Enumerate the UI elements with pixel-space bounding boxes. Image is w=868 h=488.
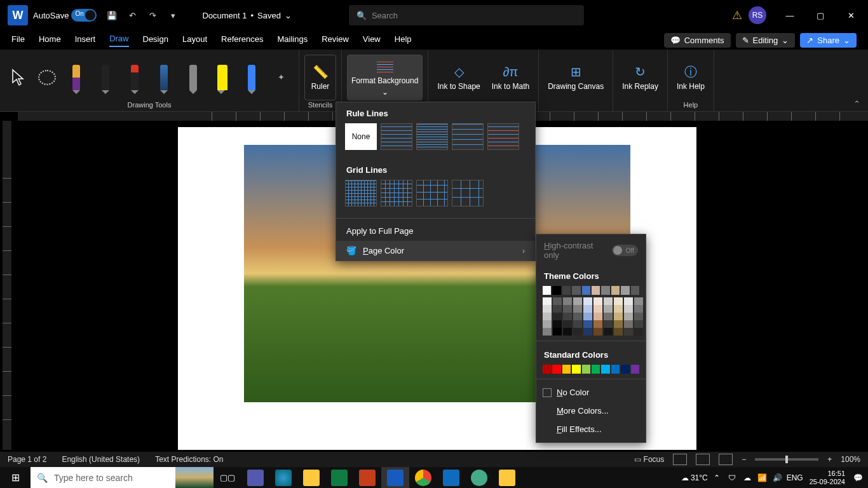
grid-lines-xlarge[interactable]: [452, 180, 484, 207]
color-swatch[interactable]: [563, 305, 572, 313]
focus-button[interactable]: ▭ Focus: [634, 455, 664, 464]
tab-help[interactable]: Help: [395, 34, 412, 46]
color-swatch[interactable]: [573, 313, 582, 320]
color-swatch[interactable]: [634, 320, 643, 328]
color-swatch[interactable]: [553, 320, 562, 328]
color-swatch[interactable]: [583, 305, 592, 313]
tray-clock[interactable]: 16:51 25-09-2024: [806, 470, 849, 485]
ink-to-shape-button[interactable]: ◇Ink to Shape: [433, 55, 484, 100]
color-swatch[interactable]: [593, 297, 602, 305]
notifications-icon[interactable]: 💬: [851, 473, 864, 482]
taskbar-search[interactable]: 🔍 Type here to search: [31, 467, 214, 488]
customize-qat-icon[interactable]: ▾: [163, 5, 183, 25]
color-swatch[interactable]: [593, 313, 602, 320]
vertical-ruler[interactable]: [3, 121, 11, 450]
color-swatch[interactable]: [563, 328, 572, 336]
color-swatch[interactable]: [634, 328, 643, 336]
rule-lines-college[interactable]: [416, 123, 448, 150]
collapse-ribbon-icon[interactable]: ⌃: [853, 99, 860, 109]
color-swatch[interactable]: [624, 328, 633, 336]
tray-volume-icon[interactable]: 🔊: [771, 473, 784, 482]
rule-lines-wide[interactable]: [452, 123, 484, 150]
grid-lines-medium[interactable]: [381, 180, 412, 207]
more-colors-item[interactable]: More Colors...: [536, 402, 646, 420]
tray-wifi-icon[interactable]: 📶: [756, 473, 769, 482]
color-swatch[interactable]: [552, 286, 560, 295]
color-swatch[interactable]: [543, 305, 552, 313]
pen-blue[interactable]: [239, 60, 264, 95]
color-swatch[interactable]: [593, 320, 602, 328]
minimize-button[interactable]: —: [775, 5, 804, 25]
color-swatch[interactable]: [572, 365, 580, 374]
tab-design[interactable]: Design: [143, 34, 168, 46]
color-swatch[interactable]: [543, 328, 552, 336]
color-swatch[interactable]: [583, 297, 592, 305]
redo-icon[interactable]: ↷: [142, 5, 163, 25]
close-button[interactable]: ✕: [836, 5, 865, 25]
tray-onedrive-icon[interactable]: ☁: [741, 473, 754, 482]
color-swatch[interactable]: [621, 365, 629, 374]
tab-home[interactable]: Home: [39, 34, 61, 46]
color-swatch[interactable]: [601, 286, 609, 295]
web-layout-icon[interactable]: [719, 454, 733, 465]
format-background-button[interactable]: Format Background ⌄: [347, 55, 423, 100]
rule-lines-none[interactable]: None: [345, 123, 377, 150]
outlook-icon[interactable]: [437, 467, 465, 488]
color-swatch[interactable]: [634, 313, 643, 320]
color-swatch[interactable]: [634, 297, 643, 305]
color-swatch[interactable]: [543, 286, 551, 295]
color-swatch[interactable]: [583, 313, 592, 320]
pencil-gray[interactable]: [180, 60, 206, 95]
color-swatch[interactable]: [604, 297, 613, 305]
print-layout-icon[interactable]: [696, 454, 710, 465]
ink-to-math-button[interactable]: ∂πInk to Math: [488, 55, 533, 100]
autosave-toggle[interactable]: AutoSave On: [33, 9, 97, 22]
color-swatch[interactable]: [543, 320, 552, 328]
zoom-level[interactable]: 100%: [841, 455, 860, 464]
color-swatch[interactable]: [621, 286, 629, 295]
add-pen[interactable]: ✦: [268, 60, 294, 95]
color-swatch[interactable]: [614, 297, 623, 305]
rule-lines-red[interactable]: [487, 123, 519, 150]
explorer-icon[interactable]: [297, 467, 325, 488]
tab-layout[interactable]: Layout: [182, 34, 207, 46]
grid-lines-small[interactable]: [345, 180, 377, 207]
color-swatch[interactable]: [624, 305, 633, 313]
color-swatch[interactable]: [624, 297, 633, 305]
highlighter-yellow[interactable]: [210, 60, 235, 95]
color-swatch[interactable]: [582, 365, 590, 374]
grid-lines-large[interactable]: [416, 180, 448, 207]
tab-file[interactable]: File: [11, 34, 25, 46]
color-swatch[interactable]: [624, 320, 633, 328]
color-swatch[interactable]: [573, 320, 582, 328]
tab-references[interactable]: References: [221, 34, 263, 46]
pen-red[interactable]: [122, 60, 147, 95]
undo-icon[interactable]: ↶: [122, 5, 142, 25]
color-swatch[interactable]: [562, 286, 571, 295]
tray-security-icon[interactable]: 🛡: [726, 473, 738, 482]
page-status[interactable]: Page 1 of 2: [8, 455, 46, 464]
color-swatch[interactable]: [604, 320, 613, 328]
color-swatch[interactable]: [572, 286, 580, 295]
color-swatch[interactable]: [553, 297, 562, 305]
color-swatch[interactable]: [611, 365, 620, 374]
share-button[interactable]: ↗ Share ⌄: [800, 33, 857, 48]
color-swatch[interactable]: [583, 320, 592, 328]
zoom-in-button[interactable]: +: [827, 455, 832, 464]
tab-view[interactable]: View: [363, 34, 381, 46]
color-swatch[interactable]: [593, 328, 602, 336]
color-swatch[interactable]: [543, 297, 552, 305]
color-swatch[interactable]: [593, 305, 602, 313]
color-swatch[interactable]: [553, 313, 562, 320]
search-input[interactable]: 🔍 Search: [349, 5, 584, 25]
ink-help-button[interactable]: ⓘInk Help: [673, 55, 709, 100]
user-avatar[interactable]: RS: [749, 6, 766, 24]
color-swatch[interactable]: [601, 365, 609, 374]
rule-lines-narrow[interactable]: [381, 123, 412, 150]
browser-icon[interactable]: [465, 467, 493, 488]
color-swatch[interactable]: [634, 305, 643, 313]
color-swatch[interactable]: [543, 365, 551, 374]
select-tool[interactable]: [5, 60, 31, 95]
color-swatch[interactable]: [563, 320, 572, 328]
color-swatch[interactable]: [573, 328, 582, 336]
